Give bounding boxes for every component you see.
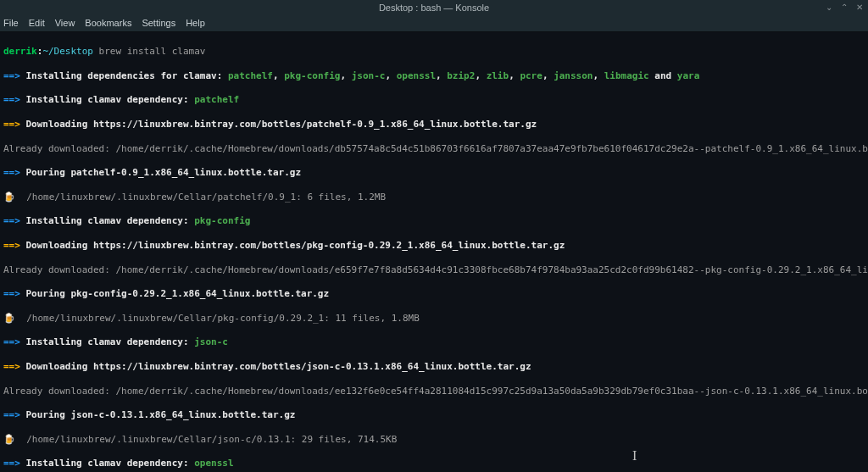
window-controls: ⌄ ⌃ ✕ (824, 2, 865, 12)
arrow-icon: ==> (3, 167, 20, 178)
install-line: Installing clamav dependency: (20, 94, 194, 105)
dep-7: jansson (554, 70, 593, 81)
arrow-icon: ==> (3, 119, 20, 130)
pour-line: Pouring json-c-0.13.1.x86_64_linux.bottl… (20, 409, 296, 420)
dep-2: json-c (352, 70, 386, 81)
menu-settings[interactable]: Settings (142, 17, 175, 29)
titlebar: Desktop : bash — Konsole ⌄ ⌃ ✕ (0, 0, 868, 15)
already-downloaded: Already downloaded: /home/derrik/.cache/… (3, 386, 865, 397)
prompt-path: ~/Desktop (42, 46, 93, 57)
arrow-icon: ==> (3, 336, 20, 347)
mouse-cursor-ibeam: I (632, 447, 637, 465)
menu-file[interactable]: File (3, 17, 19, 29)
install-line: Installing clamav dependency: (20, 336, 194, 347)
pkg-name: openssl (194, 458, 233, 469)
prompt-command: brew install clamav (93, 46, 205, 57)
download-line: Downloading https://linuxbrew.bintray.co… (20, 361, 531, 372)
install-line: Installing clamav dependency: (20, 458, 194, 469)
cellar-line: /home/linuxbrew/.linuxbrew/Cellar/json-c… (26, 434, 397, 445)
download-line: Downloading https://linuxbrew.bintray.co… (20, 119, 537, 130)
download-line: Downloading https://linuxbrew.bintray.co… (20, 240, 565, 251)
arrow-icon: ==> (3, 288, 20, 299)
pour-line: Pouring pkg-config-0.29.2_1.x86_64_linux… (20, 288, 329, 299)
pour-line: Pouring patchelf-0.9_1.x86_64_linux.bott… (20, 167, 301, 178)
deps-and: and (649, 70, 677, 81)
already-downloaded: Already downloaded: /home/derrik/.cache/… (3, 143, 865, 155)
menu-help[interactable]: Help (186, 17, 205, 29)
pkg-name: patchelf (194, 94, 239, 105)
minimize-button[interactable]: ⌄ (824, 2, 834, 12)
arrow-icon: ==> (3, 240, 20, 251)
cellar-line: /home/linuxbrew/.linuxbrew/Cellar/pkg-co… (26, 313, 420, 324)
deps-text: Installing dependencies for clamav: (20, 70, 228, 81)
dep-0: patchelf (228, 70, 273, 81)
already-downloaded: Already downloaded: /home/derrik/.cache/… (3, 264, 865, 276)
dep-5: zlib (487, 70, 509, 81)
install-line: Installing clamav dependency: (20, 215, 194, 226)
arrow-icon: ==> (3, 94, 20, 105)
maximize-button[interactable]: ⌃ (839, 2, 849, 12)
menu-view[interactable]: View (55, 17, 75, 29)
dep-1: pkg-config (284, 70, 340, 81)
dep-last: yara (677, 70, 700, 81)
arrow-icon: ==> (3, 458, 20, 469)
close-button[interactable]: ✕ (854, 2, 865, 12)
dep-3: openssl (397, 70, 436, 81)
beer-icon: 🍺 (3, 192, 26, 203)
menubar: File Edit View Bookmarks Settings Help (0, 15, 868, 32)
cellar-line: /home/linuxbrew/.linuxbrew/Cellar/patche… (26, 192, 386, 203)
beer-icon: 🍺 (3, 434, 26, 445)
arrow-icon: ==> (3, 215, 20, 226)
dep-6: pcre (520, 70, 542, 81)
arrow-icon: ==> (3, 361, 20, 372)
window-title: Desktop : bash — Konsole (379, 2, 489, 14)
dep-4: bzip2 (447, 70, 475, 81)
menu-bookmarks[interactable]: Bookmarks (85, 17, 131, 29)
pkg-name: pkg-config (194, 215, 250, 226)
arrow-icon: ==> (3, 70, 20, 81)
beer-icon: 🍺 (3, 313, 26, 324)
arrow-icon: ==> (3, 409, 20, 420)
menu-edit[interactable]: Edit (29, 17, 45, 29)
prompt-user: derrik (3, 46, 37, 57)
pkg-name: json-c (194, 336, 228, 347)
dep-8: libmagic (604, 70, 649, 81)
terminal-output[interactable]: derrik:~/Desktop brew install clamav ==>… (0, 32, 868, 472)
